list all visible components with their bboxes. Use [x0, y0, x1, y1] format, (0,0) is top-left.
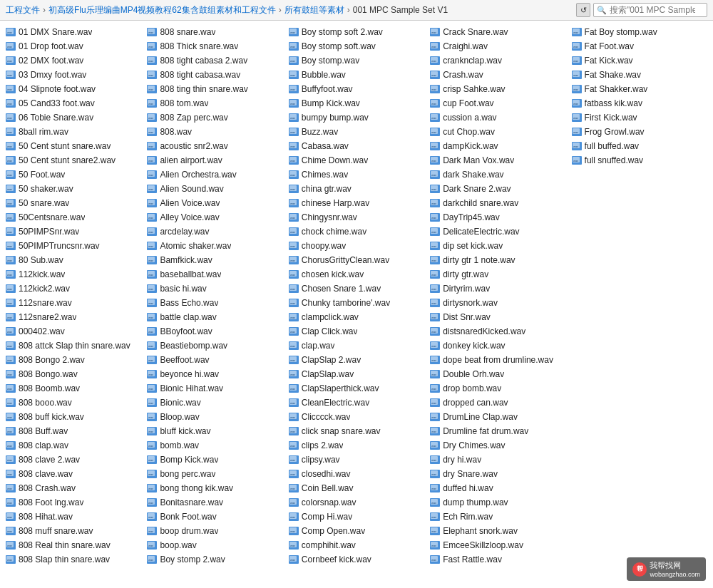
list-item[interactable]: wav 808 Zap perc.wav	[144, 110, 285, 125]
list-item[interactable]: wav Bamfkick.wav	[144, 253, 285, 267]
list-item[interactable]: wav 808 clap.wav	[3, 438, 144, 453]
list-item[interactable]: wav clips 2.wav	[286, 438, 427, 453]
list-item[interactable]: wav Clap Click.wav	[286, 324, 427, 339]
list-item[interactable]: wav Cabasa.wav	[286, 139, 427, 153]
list-item[interactable]: wav Dirtyrim.wav	[427, 282, 568, 296]
list-item[interactable]: wav 808 Hihat.wav	[3, 510, 144, 524]
list-item[interactable]: wav bong thong kik.wav	[144, 481, 285, 495]
list-item[interactable]: wav dirty gtr 1 note.wav	[427, 253, 568, 267]
list-item[interactable]: wav donkey kick.wav	[427, 339, 568, 353]
list-item[interactable]: wav Coin Bell.wav	[286, 481, 427, 495]
list-item[interactable]: wav 05 Cand33 foot.wav	[3, 96, 144, 110]
list-item[interactable]: wav Bionic Hihat.wav	[144, 381, 285, 396]
list-item[interactable]: wav 06 Tobie Snare.wav	[3, 110, 144, 125]
list-item[interactable]: wav closedhi.wav	[286, 467, 427, 481]
list-item[interactable]: wav Bump Kick.wav	[286, 96, 427, 110]
list-item[interactable]: wav 8ball rim.wav	[3, 125, 144, 139]
list-item[interactable]: wav 01 Drop foot.wav	[3, 39, 144, 53]
list-item[interactable]: wav Boy stomp.wav	[286, 53, 427, 68]
list-item[interactable]: wav BBoyfoot.wav	[144, 324, 285, 339]
list-item[interactable]: wav Beastiebomp.wav	[144, 339, 285, 353]
list-item[interactable]: wav 112snare2.wav	[3, 310, 144, 324]
list-item[interactable]: wav 808 Real thin snare.wav	[3, 538, 144, 552]
list-item[interactable]: wav battle clap.wav	[144, 310, 285, 324]
breadcrumb-item-2[interactable]: 初高级Flu乐理编曲MP4视频教程62集含鼓组素材和工程文件	[48, 4, 276, 16]
list-item[interactable]: wav Alien Orchestra.wav	[144, 167, 285, 182]
list-item[interactable]: wav ChorusGrittyClean.wav	[286, 253, 427, 267]
list-item[interactable]: wav Elephant snork.wav	[427, 524, 568, 538]
list-item[interactable]: wav boop.wav	[144, 538, 285, 552]
list-item[interactable]: wav chinese Harp.wav	[286, 196, 427, 210]
list-item[interactable]: wav bomb.wav	[144, 438, 285, 453]
list-item[interactable]: wav Boy stomp 2.wav	[144, 552, 285, 567]
list-item[interactable]: wav 808 tight cabasa 2.wav	[144, 53, 285, 68]
list-item[interactable]: wav 808 Bongo 2.wav	[3, 353, 144, 367]
list-item[interactable]: wav darkchild snare.wav	[427, 196, 568, 210]
list-item[interactable]: wav 000402.wav	[3, 324, 144, 339]
list-item[interactable]: wav Alley Voice.wav	[144, 210, 285, 225]
list-item[interactable]: wav Bass Echo.wav	[144, 296, 285, 310]
list-item[interactable]: wav 112kick.wav	[3, 267, 144, 282]
list-item[interactable]: wav 808 ting thin snare.wav	[144, 82, 285, 96]
list-item[interactable]: wav 50PIMPTruncsnr.wav	[3, 239, 144, 253]
list-item[interactable]: wav 808 tight cabasa.wav	[144, 68, 285, 82]
list-item[interactable]: wav dropped can.wav	[427, 396, 568, 410]
list-item[interactable]: wav dry hi.wav	[427, 453, 568, 467]
list-item[interactable]: wav DrumLine Clap.wav	[427, 410, 568, 424]
list-item[interactable]: wav 50 Cent stunt snare2.wav	[3, 153, 144, 167]
refresh-button[interactable]: ↺	[576, 3, 590, 17]
list-item[interactable]: wav arcdelay.wav	[144, 225, 285, 239]
list-item[interactable]: wav ClapSlap.wav	[286, 367, 427, 381]
list-item[interactable]: wav 808 Thick snare.wav	[144, 39, 285, 53]
list-item[interactable]: wav dip set kick.wav	[427, 239, 568, 253]
list-item[interactable]: wav 808 snare.wav	[144, 25, 285, 39]
list-item[interactable]: wav Chosen Snare 1.wav	[286, 282, 427, 296]
list-item[interactable]: wav clipsy.wav	[286, 453, 427, 467]
list-item[interactable]: wav Clicccck.wav	[286, 410, 427, 424]
list-item[interactable]: wav First Kick.wav	[569, 110, 710, 125]
list-item[interactable]: wav chosen kick.wav	[286, 267, 427, 282]
list-item[interactable]: wav dirtysnork.wav	[427, 296, 568, 310]
list-item[interactable]: wav full snuffed.wav	[569, 153, 710, 167]
list-item[interactable]: wav Frog Growl.wav	[569, 125, 710, 139]
list-item[interactable]: wav Dry Chimes.wav	[427, 438, 568, 453]
list-item[interactable]: wav Craighi.wav	[427, 39, 568, 53]
list-item[interactable]: wav Fat Boy stomp.wav	[569, 25, 710, 39]
list-item[interactable]: wav Drumline fat drum.wav	[427, 424, 568, 438]
list-item[interactable]: wav Fat Foot.wav	[569, 39, 710, 53]
list-item[interactable]: wav cranknclap.wav	[427, 53, 568, 68]
list-item[interactable]: wav dope beat from drumline.wav	[427, 353, 568, 367]
list-item[interactable]: wav 808 buff kick.wav	[3, 410, 144, 424]
list-item[interactable]: wav acoustic snr2.wav	[144, 139, 285, 153]
list-item[interactable]: wav Ech Rim.wav	[427, 510, 568, 524]
list-item[interactable]: wav 808 muff snare.wav	[3, 524, 144, 538]
list-item[interactable]: wav DelicateElectric.wav	[427, 225, 568, 239]
list-item[interactable]: wav Boy stomp soft.wav	[286, 39, 427, 53]
list-item[interactable]: wav Double Orh.wav	[427, 367, 568, 381]
list-item[interactable]: wav 808 Crash.wav	[3, 481, 144, 495]
list-item[interactable]: wav 112kick2.wav	[3, 282, 144, 296]
list-item[interactable]: wav bumpy bump.wav	[286, 110, 427, 125]
list-item[interactable]: wav clampclick.wav	[286, 310, 427, 324]
list-item[interactable]: wav baseballbat.wav	[144, 267, 285, 282]
list-item[interactable]: wav 03 Dmxy foot.wav	[3, 68, 144, 82]
list-item[interactable]: wav dark Shake.wav	[427, 167, 568, 182]
list-item[interactable]: wav 50Centsnare.wav	[3, 210, 144, 225]
list-item[interactable]: wav 808 clave 2.wav	[3, 453, 144, 467]
list-item[interactable]: wav click snap snare.wav	[286, 424, 427, 438]
list-item[interactable]: wav fatbass kik.wav	[569, 96, 710, 110]
list-item[interactable]: wav alien airport.wav	[144, 153, 285, 167]
list-item[interactable]: wav comphihit.wav	[286, 538, 427, 552]
list-item[interactable]: wav 808 Bongo.wav	[3, 367, 144, 381]
list-item[interactable]: wav choopy.wav	[286, 239, 427, 253]
list-item[interactable]: wav Bonitasnare.wav	[144, 495, 285, 510]
list-item[interactable]: wav Buffyfoot.wav	[286, 82, 427, 96]
list-item[interactable]: wav DayTrip45.wav	[427, 210, 568, 225]
list-item[interactable]: wav 50 Cent stunt snare.wav	[3, 139, 144, 153]
list-item[interactable]: wav Dist Snr.wav	[427, 310, 568, 324]
list-item[interactable]: wav 808 Buff.wav	[3, 424, 144, 438]
list-item[interactable]: wav Chingysnr.wav	[286, 210, 427, 225]
list-item[interactable]: wav 50 shaker.wav	[3, 182, 144, 196]
list-item[interactable]: wav chock chime.wav	[286, 225, 427, 239]
list-item[interactable]: wav Fat Kick.wav	[569, 53, 710, 68]
